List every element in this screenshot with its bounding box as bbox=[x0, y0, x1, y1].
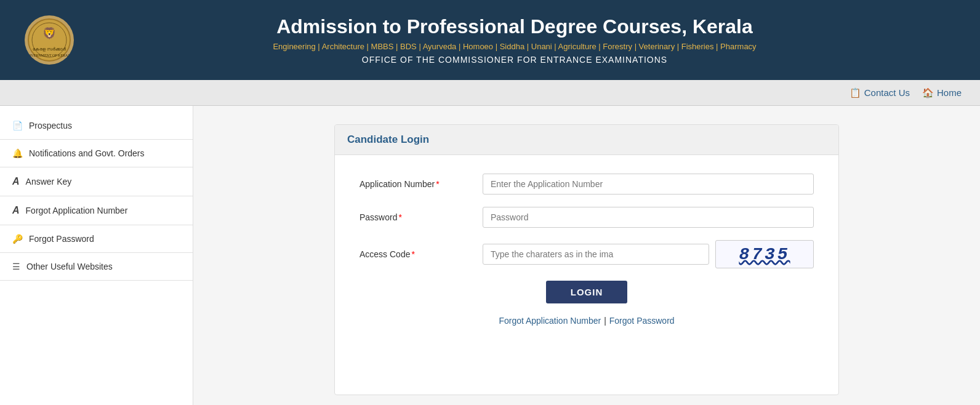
application-number-row: Application Number* bbox=[359, 174, 814, 194]
header-courses: Engineering | Architecture | MBBS | BDS … bbox=[74, 42, 955, 51]
home-icon: 🏠 bbox=[922, 87, 934, 98]
forgot-password-link[interactable]: Forgot Password bbox=[609, 316, 675, 326]
access-code-input-group: 8735 bbox=[483, 240, 814, 268]
sidebar-item-forgot-password[interactable]: 🔑 Forgot Password bbox=[0, 225, 193, 253]
login-button[interactable]: LOGIN bbox=[546, 281, 628, 303]
access-code-input[interactable] bbox=[483, 244, 709, 265]
svg-text:GOVERNMENT OF KERALA: GOVERNMENT OF KERALA bbox=[28, 54, 71, 57]
application-number-input[interactable] bbox=[483, 174, 814, 194]
login-header: Candidate Login bbox=[335, 125, 838, 155]
header-office: OFFICE OF THE COMMISSIONER FOR ENTRANCE … bbox=[74, 55, 955, 65]
page-header: 🦁 കേരള സർക്കാർ GOVERNMENT OF KERALA Admi… bbox=[0, 0, 980, 80]
svg-text:കേരള സർക്കാർ: കേരള സർക്കാർ bbox=[33, 47, 66, 52]
required-star-pwd: * bbox=[398, 212, 401, 222]
login-title: Candidate Login bbox=[347, 134, 429, 145]
application-number-label: Application Number* bbox=[359, 179, 483, 189]
forgot-application-number-link[interactable]: Forgot Application Number bbox=[499, 316, 601, 326]
other-websites-icon: ☰ bbox=[12, 262, 20, 271]
access-code-label: Access Code* bbox=[359, 249, 483, 259]
forgot-appnum-icon: A bbox=[12, 205, 20, 216]
content-area: Candidate Login Application Number* Pass… bbox=[193, 106, 980, 405]
sidebar-item-forgot-app-number[interactable]: A Forgot Application Number bbox=[0, 196, 193, 225]
sidebar: 📄 Prospectus 🔔 Notifications and Govt. O… bbox=[0, 106, 193, 405]
contact-us-link[interactable]: 📋 Contact Us bbox=[849, 87, 910, 98]
prospectus-icon: 📄 bbox=[12, 121, 23, 130]
login-links: Forgot Application Number | Forgot Passw… bbox=[359, 316, 814, 326]
login-button-row: LOGIN bbox=[359, 281, 814, 303]
captcha-image: 8735 bbox=[715, 240, 814, 268]
password-input[interactable] bbox=[483, 207, 814, 228]
answer-key-icon: A bbox=[12, 176, 20, 187]
sidebar-item-prospectus[interactable]: 📄 Prospectus bbox=[0, 112, 193, 140]
notification-icon: 🔔 bbox=[12, 148, 23, 158]
kerala-logo: 🦁 കേരള സർക്കാർ GOVERNMENT OF KERALA bbox=[25, 15, 74, 65]
access-code-row: Access Code* 8735 bbox=[359, 240, 814, 268]
header-text-block: Admission to Professional Degree Courses… bbox=[74, 15, 955, 65]
login-box: Candidate Login Application Number* Pass… bbox=[334, 124, 839, 395]
header-title: Admission to Professional Degree Courses… bbox=[74, 15, 955, 38]
password-row: Password* bbox=[359, 207, 814, 228]
password-label: Password* bbox=[359, 212, 483, 222]
sidebar-item-notifications[interactable]: 🔔 Notifications and Govt. Orders bbox=[0, 140, 193, 167]
svg-text:🦁: 🦁 bbox=[42, 26, 57, 40]
links-separator: | bbox=[604, 316, 606, 326]
sidebar-item-answer-key[interactable]: A Answer Key bbox=[0, 167, 193, 196]
forgot-pwd-icon: 🔑 bbox=[12, 234, 23, 244]
required-star-access: * bbox=[411, 249, 414, 259]
home-link[interactable]: 🏠 Home bbox=[922, 87, 962, 98]
sidebar-item-other-websites[interactable]: ☰ Other Useful Websites bbox=[0, 253, 193, 281]
contact-icon: 📋 bbox=[849, 87, 861, 98]
login-body: Application Number* Password* Access Cod… bbox=[335, 155, 838, 344]
main-container: 📄 Prospectus 🔔 Notifications and Govt. O… bbox=[0, 106, 980, 405]
top-navbar: 📋 Contact Us 🏠 Home bbox=[0, 80, 980, 106]
required-star-appnum: * bbox=[436, 179, 439, 189]
navbar-links: 📋 Contact Us 🏠 Home bbox=[849, 87, 962, 98]
